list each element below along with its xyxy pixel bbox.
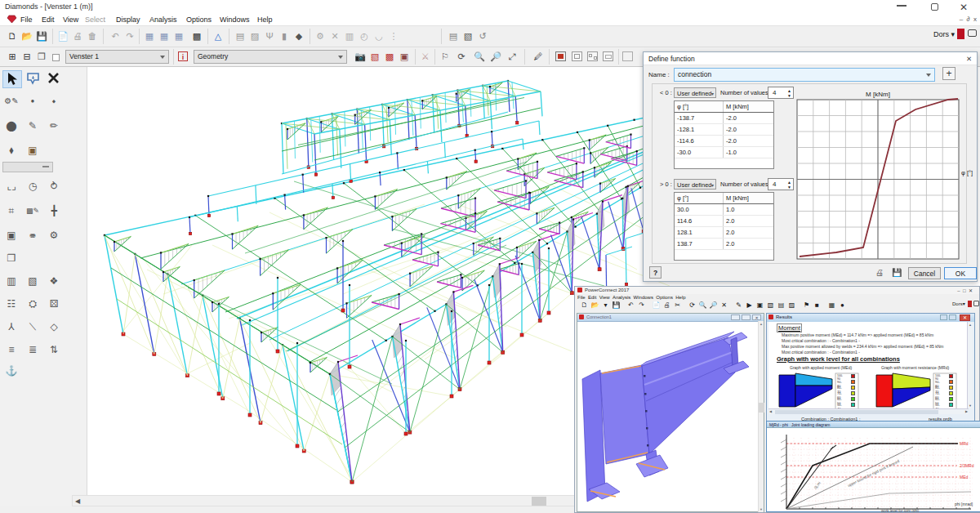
svg-text:phi [mrad]: phi [mrad] xyxy=(955,502,973,506)
svg-text:Sj,ini: Sj,ini xyxy=(813,481,822,490)
svg-text:work level for joint (phi): work level for joint (phi) xyxy=(881,509,920,512)
svg-text:upper bound for rigid joint if: upper bound for rigid joint if braced xyxy=(847,459,900,488)
svg-text:MEd: MEd xyxy=(960,475,969,480)
svg-text:M [kNm]: M [kNm] xyxy=(866,91,890,98)
svg-text:MRd: MRd xyxy=(960,441,969,446)
svg-text:2/3MRd: 2/3MRd xyxy=(960,463,974,468)
svg-text:φ [°]: φ [°] xyxy=(961,169,973,176)
